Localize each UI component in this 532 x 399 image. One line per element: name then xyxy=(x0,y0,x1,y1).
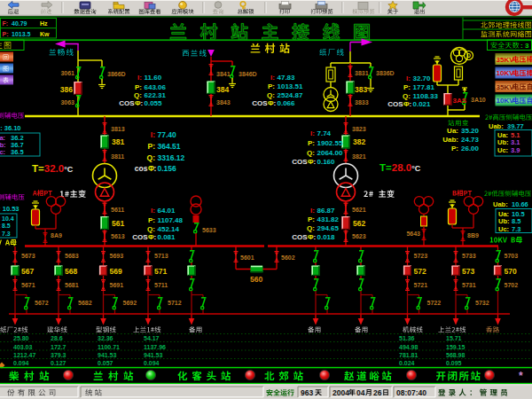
svg-text:1013.51: 1013.51 xyxy=(278,82,303,90)
svg-text:5711: 5711 xyxy=(154,282,168,288)
svg-text:5601: 5601 xyxy=(240,254,254,261)
svg-text:1013.5: 1013.5 xyxy=(12,31,31,37)
svg-text:Ua:: Ua: xyxy=(447,127,458,135)
svg-text:Uab: 36.10: Uab: 36.10 xyxy=(0,124,21,132)
svg-text:Uc:: Uc: xyxy=(0,148,5,156)
svg-text:3811: 3811 xyxy=(111,153,124,160)
svg-text:8B9: 8B9 xyxy=(467,232,479,239)
svg-text:5723: 5723 xyxy=(414,253,428,259)
svg-text::: : xyxy=(274,99,277,107)
svg-text:Q:: Q: xyxy=(147,153,156,162)
svg-text:35.20: 35.20 xyxy=(461,127,480,135)
svg-text:3841: 3841 xyxy=(216,71,231,77)
svg-text:26: 26 xyxy=(373,388,382,397)
svg-text:1100.71: 1100.71 xyxy=(98,344,120,350)
svg-text:28.6: 28.6 xyxy=(51,335,63,341)
svg-text:P:: P: xyxy=(451,145,458,153)
svg-text:1108.33: 1108.33 xyxy=(413,92,439,100)
svg-text:159.15: 159.15 xyxy=(446,344,466,350)
svg-text:5731: 5731 xyxy=(462,282,476,288)
svg-text:I:: I: xyxy=(151,207,155,215)
svg-text:3AS: 3AS xyxy=(453,97,467,105)
svg-text:5672: 5672 xyxy=(35,300,49,306)
svg-text:Uc:: Uc: xyxy=(498,225,509,233)
svg-text:32.70: 32.70 xyxy=(413,74,432,82)
svg-text:I:: I: xyxy=(406,74,411,82)
svg-text:64.01: 64.01 xyxy=(158,207,176,215)
svg-text:570: 570 xyxy=(505,267,517,276)
svg-text:35KV: 35KV xyxy=(497,83,515,91)
svg-text:0.018: 0.018 xyxy=(317,233,336,241)
svg-text:8A9: 8A9 xyxy=(51,232,62,239)
svg-text:3843: 3843 xyxy=(216,99,231,106)
svg-text::: : xyxy=(154,164,157,173)
svg-text:383: 383 xyxy=(355,85,367,94)
svg-text:8.5: 8.5 xyxy=(2,223,11,229)
svg-text:567: 567 xyxy=(21,267,34,276)
svg-text:5733: 5733 xyxy=(462,253,476,259)
svg-text:P:: P: xyxy=(268,82,275,90)
svg-text:40.79: 40.79 xyxy=(12,20,27,27)
svg-text:381: 381 xyxy=(112,137,124,146)
svg-text:Uab:: Uab: xyxy=(493,200,508,208)
svg-text:3A10: 3A10 xyxy=(471,97,486,103)
svg-text:COS: COS xyxy=(119,99,135,107)
svg-text:643.06: 643.06 xyxy=(145,83,167,91)
svg-text:Hz: Hz xyxy=(40,20,48,27)
svg-text:5682: 5682 xyxy=(78,300,92,306)
svg-text:7.3: 7.3 xyxy=(512,225,520,233)
svg-text:COS: COS xyxy=(292,233,308,241)
svg-text:569: 569 xyxy=(110,267,122,276)
svg-text:177.81: 177.81 xyxy=(413,83,435,91)
svg-text:11.60: 11.60 xyxy=(145,74,162,82)
svg-text::: : xyxy=(314,158,317,166)
svg-text:386: 386 xyxy=(60,85,73,94)
svg-text:3823: 3823 xyxy=(352,126,366,132)
svg-text:COS: COS xyxy=(252,99,268,107)
svg-text:77.40: 77.40 xyxy=(158,130,177,139)
svg-text:Uab:: Uab: xyxy=(442,136,458,144)
svg-text:0.066: 0.066 xyxy=(278,99,296,107)
svg-text:494.98: 494.98 xyxy=(399,344,419,350)
svg-text:32.36: 32.36 xyxy=(98,335,113,341)
svg-text:1137.96: 1137.96 xyxy=(144,344,166,350)
svg-text:5623: 5623 xyxy=(352,233,366,239)
svg-text:7.74: 7.74 xyxy=(317,129,332,137)
svg-text:10KV: 10KV xyxy=(497,97,515,105)
svg-text:0.156: 0.156 xyxy=(158,164,177,173)
svg-text:04: 04 xyxy=(356,388,365,397)
svg-text:36.5: 36.5 xyxy=(11,148,24,156)
svg-text:I:: I: xyxy=(151,130,155,139)
svg-text:3821: 3821 xyxy=(352,153,366,160)
svg-text:2064.00: 2064.00 xyxy=(317,149,343,157)
svg-text:572: 572 xyxy=(414,267,426,276)
svg-text:1902.55: 1902.55 xyxy=(317,139,343,147)
svg-text:3.9: 3.9 xyxy=(511,146,520,154)
svg-text:1212.47: 1212.47 xyxy=(13,352,35,358)
svg-text:2004: 2004 xyxy=(332,388,349,397)
svg-text:5671: 5671 xyxy=(21,282,35,288)
svg-text:3831: 3831 xyxy=(355,70,369,76)
svg-text:5621: 5621 xyxy=(352,207,366,213)
svg-text:3813: 3813 xyxy=(111,126,125,132)
svg-text:3316.12: 3316.12 xyxy=(158,153,185,162)
svg-text:172.7: 172.7 xyxy=(51,344,66,350)
svg-text:Q:: Q: xyxy=(307,224,315,232)
svg-text:5703: 5703 xyxy=(505,253,519,259)
svg-text:Kw: Kw xyxy=(40,31,50,37)
svg-text:5633: 5633 xyxy=(202,227,216,233)
svg-text:Q:: Q: xyxy=(307,149,315,157)
svg-text:5692: 5692 xyxy=(123,300,137,306)
svg-text:7.3: 7.3 xyxy=(2,231,11,237)
svg-text:403.03: 403.03 xyxy=(13,344,33,350)
svg-text:I:: I: xyxy=(310,129,315,137)
svg-text:P:: P: xyxy=(135,83,142,91)
svg-text:: 3: : 3 xyxy=(520,42,529,50)
svg-text:F:: F: xyxy=(3,20,9,27)
svg-text:0.094: 0.094 xyxy=(144,360,160,366)
svg-text:Q:: Q: xyxy=(267,91,275,99)
svg-text:86.87: 86.87 xyxy=(317,207,336,215)
svg-text:b:: b: xyxy=(0,223,1,229)
svg-text:3833: 3833 xyxy=(355,99,369,106)
svg-text:379.3: 379.3 xyxy=(51,352,66,358)
